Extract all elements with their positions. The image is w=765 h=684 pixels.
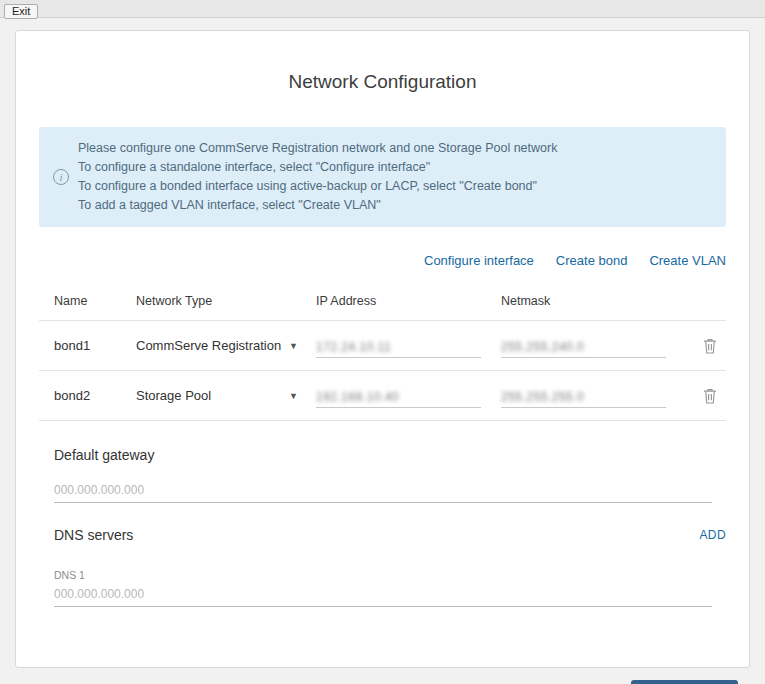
netmask-field[interactable]: 255.255.255.0 <box>501 384 666 408</box>
chevron-down-icon: ▼ <box>289 341 298 351</box>
configure-button[interactable]: CONFIGURE <box>631 680 739 684</box>
netmask-value: 255.255.240.0 <box>501 340 584 354</box>
table-row: bond2 Storage Pool ▼ 192.168.10.40 255.2… <box>39 371 726 421</box>
delete-row-button[interactable] <box>702 337 718 355</box>
dns1-label: DNS 1 <box>39 569 726 581</box>
delete-row-button[interactable] <box>702 387 718 405</box>
info-line-4: To add a tagged VLAN interface, select "… <box>78 196 557 215</box>
network-configuration-dialog: Network Configuration i Please configure… <box>15 30 750 668</box>
configure-interface-link[interactable]: Configure interface <box>424 253 534 268</box>
column-header-name: Name <box>54 294 136 308</box>
ip-address-value: 192.168.10.40 <box>316 390 399 404</box>
default-gateway-input[interactable] <box>54 479 712 503</box>
create-bond-link[interactable]: Create bond <box>556 253 628 268</box>
ip-address-field[interactable]: 192.168.10.40 <box>316 384 481 408</box>
ip-address-field[interactable]: 172.24.10.11 <box>316 334 481 358</box>
trash-icon <box>702 337 718 355</box>
info-line-1: Please configure one CommServe Registrat… <box>78 139 557 158</box>
chevron-down-icon: ▼ <box>289 391 298 401</box>
network-type-value: CommServe Registration <box>136 338 281 353</box>
action-links: Configure interface Create bond Create V… <box>39 253 726 268</box>
table-row: bond1 CommServe Registration ▼ 172.24.10… <box>39 321 726 371</box>
dns1-field-wrap <box>54 583 712 607</box>
create-vlan-link[interactable]: Create VLAN <box>649 253 726 268</box>
info-line-3: To configure a bonded interface using ac… <box>78 177 557 196</box>
ip-address-value: 172.24.10.11 <box>316 340 391 354</box>
column-header-actions <box>696 294 726 308</box>
info-icon: i <box>53 169 69 185</box>
network-type-value: Storage Pool <box>136 388 211 403</box>
dns-servers-label: DNS servers <box>54 527 133 543</box>
table-header: Name Network Type IP Address Netmask <box>39 294 726 321</box>
default-gateway-field-wrap <box>54 479 712 503</box>
add-dns-button[interactable]: ADD <box>699 528 726 542</box>
network-type-select[interactable]: CommServe Registration ▼ <box>136 338 298 353</box>
column-header-netmask: Netmask <box>501 294 696 308</box>
topbar: Exit <box>0 0 765 18</box>
dns-servers-header: DNS servers ADD <box>39 527 726 543</box>
netmask-field[interactable]: 255.255.240.0 <box>501 334 666 358</box>
network-type-select[interactable]: Storage Pool ▼ <box>136 388 298 403</box>
info-line-2: To configure a standalone interface, sel… <box>78 158 557 177</box>
default-gateway-label: Default gateway <box>39 447 726 463</box>
page-title: Network Configuration <box>39 71 726 93</box>
column-header-network-type: Network Type <box>136 294 316 308</box>
netmask-value: 255.255.255.0 <box>501 390 584 404</box>
info-text: Please configure one CommServe Registrat… <box>78 139 557 215</box>
column-header-ip-address: IP Address <box>316 294 501 308</box>
trash-icon <box>702 387 718 405</box>
dialog-footer: CANCEL CONFIGURE <box>0 680 765 684</box>
info-box: i Please configure one CommServe Registr… <box>39 127 726 227</box>
dns1-input[interactable] <box>54 583 712 607</box>
exit-button[interactable]: Exit <box>4 4 38 19</box>
interface-name: bond2 <box>54 388 136 403</box>
interface-name: bond1 <box>54 338 136 353</box>
